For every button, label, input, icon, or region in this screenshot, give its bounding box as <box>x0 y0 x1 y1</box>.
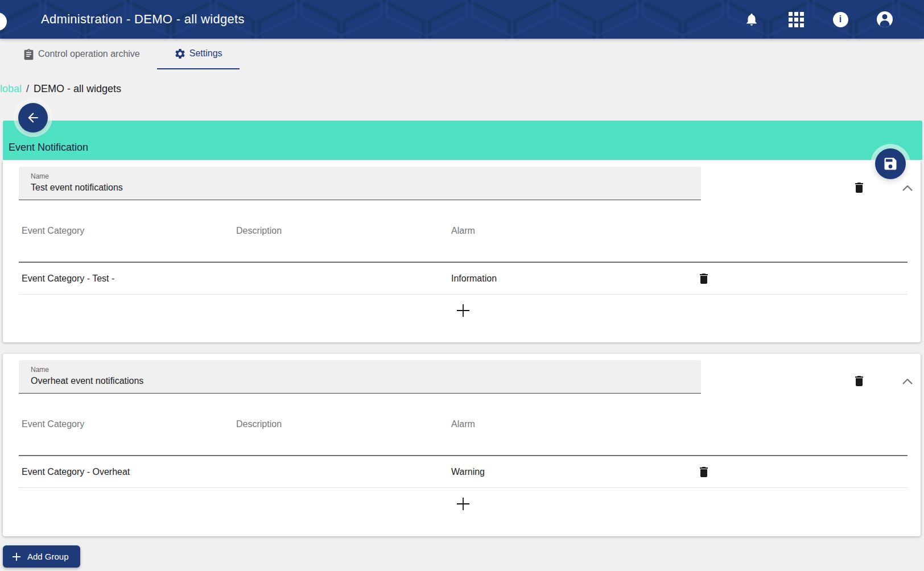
plus-icon <box>456 303 471 318</box>
column-header-alarm: Alarm <box>448 226 675 236</box>
name-field-label: Name <box>31 366 701 374</box>
column-header-description: Description <box>233 226 448 236</box>
cell-alarm: Information <box>448 274 675 284</box>
table-row: Event Category - Overheat Warning <box>19 456 908 488</box>
add-group-button[interactable]: Add Group <box>3 545 80 568</box>
table-header-row: Event Category Description Alarm <box>19 394 908 456</box>
breadcrumb: lobal / DEMO - all widgets <box>0 81 121 96</box>
account-icon[interactable] <box>877 11 893 27</box>
back-button[interactable] <box>18 103 48 133</box>
column-header-alarm: Alarm <box>448 419 675 429</box>
breadcrumb-current: DEMO - all widgets <box>34 83 121 95</box>
collapse-group-button[interactable] <box>898 374 917 389</box>
group-name-field[interactable]: Name Overheat event notifications <box>19 360 701 394</box>
delete-row-button[interactable] <box>694 270 713 287</box>
tab-control-operation-archive[interactable]: Control operation archive <box>16 39 147 69</box>
gear-icon <box>174 48 186 60</box>
breadcrumb-separator: / <box>26 83 29 95</box>
page-title: Administration - DEMO - all widgets <box>41 0 245 39</box>
info-icon[interactable]: i <box>832 11 848 27</box>
save-icon <box>882 156 898 172</box>
delete-group-button[interactable] <box>849 373 869 390</box>
header-actions: i <box>744 0 893 39</box>
name-field-value: Test event notifications <box>31 183 701 193</box>
trash-icon <box>852 181 866 195</box>
cell-event-category: Event Category - Test - <box>19 274 233 284</box>
tab-label: Settings <box>189 48 222 59</box>
arrow-left-icon <box>26 110 40 125</box>
table-header-row: Event Category Description Alarm <box>19 200 908 263</box>
trash-icon <box>697 272 711 286</box>
group-name-field[interactable]: Name Test event notifications <box>19 167 701 200</box>
apps-grid-icon[interactable] <box>788 11 804 27</box>
add-group-label: Add Group <box>27 552 69 561</box>
event-category-table: Event Category Description Alarm Event C… <box>19 394 908 520</box>
notification-group-card: Name Test event notifications Event Cate… <box>3 160 921 342</box>
cell-alarm: Warning <box>448 467 675 477</box>
chevron-up-icon <box>902 185 913 191</box>
collapse-group-button[interactable] <box>898 181 917 196</box>
notifications-bell-icon[interactable] <box>744 11 760 27</box>
add-row-button[interactable] <box>452 299 475 322</box>
app-header: Administration - DEMO - all widgets i <box>0 0 924 39</box>
cell-event-category: Event Category - Overheat <box>19 467 233 477</box>
add-row-area <box>19 488 908 520</box>
column-header-event-category: Event Category <box>19 419 233 429</box>
add-row-area <box>19 295 908 326</box>
add-row-button[interactable] <box>452 493 475 515</box>
delete-row-button[interactable] <box>694 464 713 481</box>
event-notification-banner: Event Notification <box>3 121 922 160</box>
event-category-table: Event Category Description Alarm Event C… <box>19 200 908 326</box>
table-row: Event Category - Test - Information <box>19 263 908 295</box>
chevron-up-icon <box>902 379 913 384</box>
column-header-event-category: Event Category <box>19 226 233 236</box>
column-header-description: Description <box>233 419 448 429</box>
trash-icon <box>852 374 866 388</box>
trash-icon <box>697 465 711 479</box>
name-field-label: Name <box>31 172 701 180</box>
tab-settings[interactable]: Settings <box>157 39 240 69</box>
tab-bar: Control operation archive Settings <box>0 39 924 69</box>
clipboard-icon <box>23 48 35 60</box>
page: Administration - DEMO - all widgets i <box>0 0 924 571</box>
save-button[interactable] <box>875 148 906 179</box>
delete-group-button[interactable] <box>849 179 869 196</box>
tab-label: Control operation archive <box>38 49 140 59</box>
name-field-value: Overheat event notifications <box>31 376 701 386</box>
notification-group-card: Name Overheat event notifications Event … <box>3 354 921 536</box>
breadcrumb-root-link[interactable]: lobal <box>0 83 22 95</box>
section-title: Event Notification <box>9 142 88 154</box>
plus-icon <box>12 552 21 561</box>
plus-icon <box>456 496 471 511</box>
